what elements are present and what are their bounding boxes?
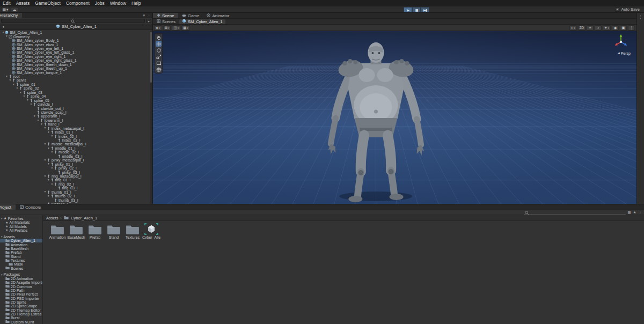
hierarchy-item-pinky-01-l[interactable]: ▾ pinky_01_l xyxy=(0,162,152,166)
menu-jobs[interactable]: Jobs xyxy=(92,1,107,6)
favorites-section-header[interactable]: ▾★Favorites xyxy=(0,216,42,220)
hierarchy-item-geometry[interactable]: ▾ Geometry xyxy=(0,34,152,38)
hierarchy-item-index-03-l[interactable]: index_03_l xyxy=(0,138,152,142)
hierarchy-item-clavicle-scap-l[interactable]: clavicle_scap_l xyxy=(0,111,152,114)
hierarchy-item-pinky-02-l[interactable]: ▾ pinky_02_l xyxy=(0,166,152,170)
scene-orientation-gizmo[interactable] xyxy=(613,33,629,49)
move-tool[interactable] xyxy=(156,41,162,47)
hierarchy-item-lowerarm-l[interactable]: ▾ lowerarm_l xyxy=(0,119,152,122)
hierarchy-item-spine-01[interactable]: ▾ spine_01 xyxy=(0,83,152,86)
tab-scene[interactable]: Scene xyxy=(153,13,178,18)
breadcrumb-assets[interactable]: Assets xyxy=(46,216,58,220)
lighting-toggle[interactable]: ☀ xyxy=(587,25,594,31)
hierarchy-item-sm-alien-cyber-eye-left-glass-1[interactable]: SM_Alien_cyber_eye_left_glass_1 xyxy=(0,50,152,54)
cloud-services-button[interactable]: ☁ xyxy=(11,7,18,12)
hierarchy-item-ring-03-l[interactable]: ring_03_l xyxy=(0,186,152,190)
hierarchy-item-weapon-l[interactable]: weapon_l xyxy=(0,202,152,204)
hierarchy-item-sm-alien-cyber-eye-left-1[interactable]: SM_Alien_cyber_eye_left_1 xyxy=(0,47,152,50)
view-2d-toggle[interactable]: 2D xyxy=(578,25,586,31)
strip-menu-icon[interactable]: ⋮ xyxy=(639,14,643,19)
hierarchy-item-root[interactable]: ▾ root xyxy=(0,75,152,78)
hierarchy-vertical-scrollbar[interactable] xyxy=(150,31,152,204)
favorite-all-prefabs[interactable]: ★All Prefabs xyxy=(0,229,42,232)
layout-grid-button[interactable]: ▦▾ xyxy=(2,7,9,12)
project-folder-textures[interactable]: Textures xyxy=(0,259,42,262)
package-2d-sprite[interactable]: 2D Sprite xyxy=(0,300,42,304)
tab-console[interactable]: Console xyxy=(16,204,45,210)
package-2d-tilemap-editor[interactable]: 2D Tilemap Editor xyxy=(0,308,42,312)
hierarchy-item-thumb-03-l[interactable]: thumb_03_l xyxy=(0,198,152,202)
project-folder-basemesh[interactable]: BaseMesh xyxy=(0,247,42,251)
project-folder-scenes[interactable]: Scenes xyxy=(0,266,42,270)
package-2d-common[interactable]: 2D Common xyxy=(0,284,42,288)
play-button[interactable]: ▶ xyxy=(404,7,412,12)
menu-edit[interactable]: Edit xyxy=(0,1,13,6)
hierarchy-item-clavicle-l[interactable]: ▾ clavicle_l xyxy=(0,102,152,106)
package-2d-pixel-perfect[interactable]: 2D Pixel Perfect xyxy=(0,292,42,296)
hierarchy-item-sm-alien-cyber-ekzo-1[interactable]: SM_Alien_cyber_ekzo_1 xyxy=(0,42,152,46)
transform-tool[interactable] xyxy=(156,67,162,72)
auto-save-checkbox[interactable]: ✓ xyxy=(615,8,619,12)
project-folder-stand[interactable]: Stand xyxy=(0,254,42,258)
menu-window[interactable]: Window xyxy=(107,1,129,6)
menu-gameobject[interactable]: GameObject xyxy=(32,1,63,6)
hierarchy-item-index-01-l[interactable]: ▾ index_01_l xyxy=(0,130,152,134)
asset-animation[interactable]: Animation xyxy=(48,223,67,239)
hierarchy-item-hand-l[interactable]: ▾ hand_l xyxy=(0,122,152,126)
favorite-all-materials[interactable]: ★All Materials xyxy=(0,220,42,224)
package-2d-tilemap-extras[interactable]: 2D Tilemap Extras xyxy=(0,312,42,316)
search-filter-button[interactable]: ▾ xyxy=(146,19,151,23)
hierarchy-item-ring-02-l[interactable]: ▾ ring_02_l xyxy=(0,182,152,186)
menu-assets[interactable]: Assets xyxy=(13,1,33,6)
grid-visibility-dropdown[interactable]: ⊞▾ xyxy=(163,25,171,31)
hierarchy-item-pinky-03-l[interactable]: pinky_03_l xyxy=(0,170,152,174)
hierarchy-item-clavicle-out-l[interactable]: clavicle_out_l xyxy=(0,106,152,110)
breadcrumb-scenes[interactable]: Scenes xyxy=(154,19,178,24)
project-folder-mask[interactable]: Mask xyxy=(0,262,42,266)
project-menu-icon[interactable]: ⋮ xyxy=(639,210,642,215)
hierarchy-item-thumb-02-l[interactable]: ▾ thumb_02_l xyxy=(0,194,152,198)
hierarchy-item-spine-02[interactable]: ▾ spine_02 xyxy=(0,86,152,90)
rotate-tool[interactable] xyxy=(156,47,162,53)
package-2d-spriteshape[interactable]: 2D SpriteShape xyxy=(0,304,42,308)
hierarchy-item-sm-alien-cyber-body-1[interactable]: SM_Alien_cyber_Body_1 xyxy=(0,39,152,42)
asset-cyber-alie[interactable]: Cyber_Alie... xyxy=(142,223,160,239)
hierarchy-item-sm-cyber-alien-1[interactable]: ▾ SM_Cyber_Alien_1 xyxy=(0,31,152,34)
gizmos-menu[interactable]: ⋮ xyxy=(628,25,635,31)
hierarchy-item-sm-alien-cyber-theeth-down-1[interactable]: SM_Alien_cyber_theeth_down_1 xyxy=(0,63,152,67)
asset-textures[interactable]: Textures xyxy=(123,223,142,239)
menu-help[interactable]: Help xyxy=(129,1,143,6)
tab-hierarchy[interactable]: Hierarchy xyxy=(0,13,22,18)
hierarchy-item-thumb-01-l[interactable]: ▾ thumb_01_l xyxy=(0,190,152,194)
assets-section-header[interactable]: ▾Assets xyxy=(0,234,42,239)
tab-project[interactable]: Project xyxy=(0,204,16,210)
hierarchy-item-spine-03[interactable]: ▾ spine_03 xyxy=(0,91,152,94)
perspective-label[interactable]: ◂ Persp xyxy=(618,51,631,55)
menu-component[interactable]: Component xyxy=(63,1,92,6)
package-2d-psd-importer[interactable]: 2D PSD Importer xyxy=(0,297,42,300)
hidden-packages-icon[interactable]: ▦ xyxy=(628,210,631,215)
camera-preview-toggle[interactable]: ▣ xyxy=(620,25,627,31)
snap-settings-dropdown[interactable]: ◫▾ xyxy=(172,25,180,31)
hierarchy-item-ring-01-l[interactable]: ▾ ring_01_l xyxy=(0,178,152,182)
hierarchy-item-middle-01-l[interactable]: ▾ middle_01_l xyxy=(0,146,152,150)
breadcrumb-current[interactable]: Cyber_Alien_1 xyxy=(71,216,97,220)
hierarchy-item-spine-05[interactable]: ▾ spine_05 xyxy=(0,98,152,102)
hierarchy-item-sm-alien-cyber-tongue-1[interactable]: SM_Alien_cyber_tongue_1 xyxy=(0,70,152,74)
rect-tool[interactable] xyxy=(156,60,162,66)
hierarchy-item-middle-02-l[interactable]: ▾ middle_02_l xyxy=(0,150,152,154)
shading-mode-dropdown[interactable]: ◐▾ xyxy=(569,25,576,31)
hierarchy-dropdown-icon[interactable]: ▾ xyxy=(143,13,145,18)
asset-basemesh[interactable]: BaseMesh xyxy=(67,223,85,239)
package-2d-path[interactable]: 2D Path xyxy=(0,289,42,292)
hierarchy-item-pinky-metacarpal-l[interactable]: ▾ pinky_metacarpal_l xyxy=(0,158,152,162)
pause-button[interactable]: ▮▮ xyxy=(412,7,421,12)
grid-axis-dropdown[interactable]: ▦▾ xyxy=(181,25,190,31)
package-custom-nunit[interactable]: Custom NUnit xyxy=(0,320,42,324)
hierarchy-menu-icon[interactable]: ⋮ xyxy=(147,13,151,18)
asset-stand[interactable]: Stand xyxy=(105,223,123,239)
auto-save-toggle[interactable]: ✓ Auto Save xyxy=(615,7,640,12)
tab-game[interactable]: Game xyxy=(178,13,203,18)
view-tool[interactable] xyxy=(156,34,162,40)
scrollbar-thumb[interactable] xyxy=(150,32,152,83)
